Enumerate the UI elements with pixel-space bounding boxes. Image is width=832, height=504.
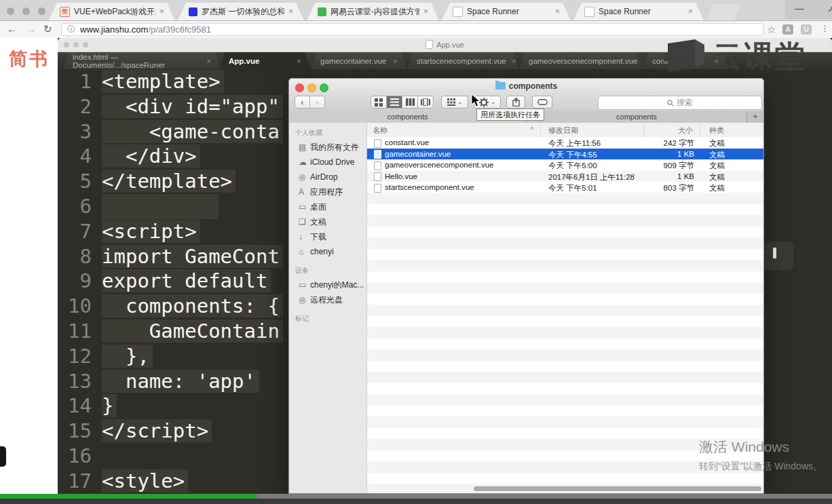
window-controls: — ↗: [785, 0, 832, 19]
tag-button[interactable]: [532, 96, 552, 109]
column-header-name[interactable]: 名称: [373, 125, 387, 136]
column-divider[interactable]: [700, 123, 700, 137]
browser-tab-strip: 简 VUE+WebPack游戏开发：神庙 × 罗杰斯 一切体验的总和_百度搜 ×…: [0, 0, 832, 21]
browser-tab-5[interactable]: Space Runner ×: [573, 3, 704, 20]
editor-tab-gamecontainer[interactable]: gamecontainer.vue×: [311, 52, 407, 69]
home-icon: ⌂: [299, 247, 310, 256]
horizontal-scrollbar[interactable]: [474, 486, 761, 491]
bookmark-star-icon[interactable]: ☆: [767, 24, 776, 36]
tab-close-icon[interactable]: ×: [688, 7, 693, 16]
browser-tab-title: 罗杰斯 一切体验的总和_百度搜: [202, 6, 284, 18]
tab-close-icon[interactable]: ×: [512, 57, 516, 65]
new-tab-button[interactable]: [707, 4, 740, 20]
editor-tab-gameoverscene[interactable]: gameoverscenecomponent.vue×: [519, 52, 643, 69]
airdrop-icon: ◎: [299, 172, 310, 182]
file-row-hello[interactable]: Hello.vue 2017年6月1日 上午11:28 1 KB 文稿: [367, 171, 763, 182]
search-input[interactable]: 搜索: [598, 96, 762, 110]
column-header-kind[interactable]: 种类: [709, 125, 724, 136]
documents-icon: ❏: [299, 217, 310, 227]
sidebar-item-applications[interactable]: A应用程序: [289, 185, 366, 199]
sort-ascending-icon[interactable]: ^: [530, 125, 533, 134]
collapsed-side-handle[interactable]: [0, 446, 6, 467]
browser-tab-2[interactable]: 罗杰斯 一切体验的总和_百度搜 ×: [178, 3, 304, 20]
sidebar-item-icloud-drive[interactable]: ☁iCloud Drive: [289, 155, 366, 170]
tab-close-icon[interactable]: ×: [423, 7, 428, 16]
nav-forward-button[interactable]: ›: [309, 96, 325, 109]
url-host: www.jianshu.com: [80, 24, 148, 35]
column-divider[interactable]: [644, 123, 645, 137]
list-view-button[interactable]: [386, 96, 402, 109]
nav-back-button[interactable]: ‹: [295, 96, 310, 109]
sidebar-item-airdrop[interactable]: ◎AirDrop: [289, 170, 366, 185]
file-row-gameoverscene[interactable]: gameoverscenecomponent.vue 今天 下午5:00 909…: [367, 159, 763, 171]
windows-activation-watermark: 激活 Windows 转到“设置”以激活 Windows。: [699, 438, 822, 473]
reload-icon[interactable]: ↻: [43, 23, 52, 35]
browser-tab-1[interactable]: 简 VUE+WebPack游戏开发：神庙 ×: [49, 3, 175, 20]
back-icon[interactable]: ←: [7, 23, 17, 35]
watermark-subtitle: 转到“设置”以激活 Windows。: [699, 461, 822, 473]
column-header-date[interactable]: 修改日期: [548, 125, 578, 136]
finder-window-title: components: [289, 81, 763, 91]
column-view-button[interactable]: [402, 96, 418, 109]
browser-tab-3[interactable]: 网易云课堂-内容提供方管理后 ×: [307, 3, 439, 20]
sidebar-section-favorites: 个人收藏: [289, 127, 366, 140]
restore-button[interactable]: ↗: [827, 4, 832, 14]
tab-close-icon[interactable]: ×: [206, 57, 211, 65]
extension-shield-icon[interactable]: A: [782, 24, 793, 35]
forward-icon[interactable]: →: [26, 23, 36, 35]
window-dot-close[interactable]: [7, 7, 14, 15]
icon-view-button[interactable]: [371, 96, 387, 109]
column-header-size[interactable]: 大小: [678, 125, 693, 136]
tab-close-icon[interactable]: ×: [297, 57, 301, 65]
document-icon: [426, 40, 433, 49]
window-dot-minimize[interactable]: [22, 7, 30, 15]
netease-study-favicon-icon: [318, 7, 326, 16]
file-row-gamecontainer-selected[interactable]: gamecontainer.vue 今天 下午4:55 1 KB 文稿: [367, 149, 763, 160]
applications-icon: A: [299, 187, 310, 197]
file-icon: [374, 172, 381, 181]
extension-u-icon[interactable]: U: [801, 24, 812, 35]
file-icon: [374, 161, 381, 170]
search-icon: [667, 100, 674, 106]
laptop-icon: ▭: [299, 280, 310, 290]
sidebar-item-downloads[interactable]: ↓下载: [289, 229, 366, 244]
page-favicon-icon: [584, 7, 594, 17]
browser-menu-icon[interactable]: ⋮: [820, 23, 829, 33]
tab-close-icon[interactable]: ×: [555, 7, 560, 16]
finder-tab-components-2[interactable]: components: [527, 111, 747, 123]
cloud-classroom-logo-text: 云课堂: [713, 37, 806, 77]
editor-tab-app-vue[interactable]: App.vue×: [219, 52, 311, 69]
browser-tab-title: Space Runner: [467, 7, 551, 16]
tag-icon: [537, 99, 548, 105]
file-icon: [374, 139, 381, 148]
browser-tab-4[interactable]: Space Runner ×: [442, 3, 571, 20]
tab-close-icon[interactable]: ×: [288, 7, 293, 16]
coverflow-view-button[interactable]: [417, 96, 434, 109]
text-caret: [773, 248, 776, 258]
page-info-icon[interactable]: ⓘ: [67, 24, 75, 35]
sidebar-item-remote-disc[interactable]: ◎远程光盘: [289, 292, 366, 307]
arrange-button[interactable]: ⌄: [441, 96, 468, 109]
finder-titlebar[interactable]: components: [289, 79, 763, 94]
baidu-favicon-icon: [189, 7, 197, 16]
address-bar[interactable]: ⓘ www.jianshu.com /p/af39c6fc9581: [61, 23, 763, 36]
sidebar-item-documents[interactable]: ❏文稿: [289, 214, 366, 229]
coverflow-view-icon: [421, 98, 430, 106]
tab-close-icon[interactable]: ×: [159, 7, 164, 16]
sidebar-item-home-chenyi[interactable]: ⌂chenyi: [289, 244, 366, 259]
column-divider[interactable]: [540, 123, 541, 137]
editor-tab-startscene[interactable]: startscenecomponent.vue×: [407, 52, 519, 69]
sidebar-item-desktop[interactable]: ▭桌面: [289, 199, 366, 214]
minimize-button[interactable]: —: [795, 3, 804, 14]
jianshu-logo[interactable]: 简书: [9, 47, 50, 71]
file-row-constant[interactable]: constant.vue 今天 上午11:56 242 字节 文稿: [367, 137, 763, 149]
finder-new-tab-button[interactable]: +: [747, 111, 763, 123]
window-dot-zoom[interactable]: [38, 7, 45, 15]
sidebar-item-all-my-files[interactable]: ▤我的所有文件: [289, 140, 366, 155]
sidebar-item-mac[interactable]: ▭chenyi的Mac...: [289, 277, 366, 292]
share-button[interactable]: [506, 96, 525, 109]
editor-tab-index-html[interactable]: index.html — Documents/.../spaceRuner×: [63, 52, 221, 69]
tab-close-icon[interactable]: ×: [393, 57, 398, 65]
file-row-startscene[interactable]: startscenecomponent.vue 今天 下午5:01 803 字节…: [367, 182, 763, 193]
video-progress-bar[interactable]: [0, 494, 832, 499]
